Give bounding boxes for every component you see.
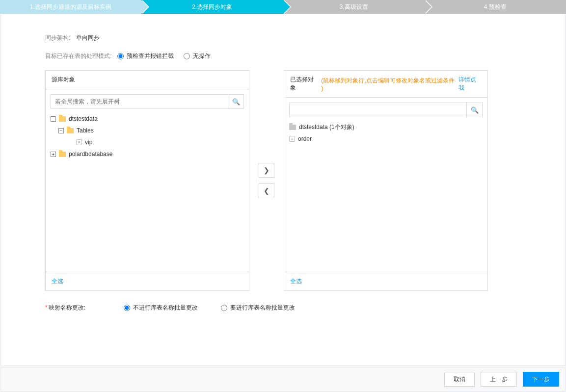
step-label: 3.高级设置 xyxy=(340,3,368,10)
tree-label: order xyxy=(298,135,312,142)
radio-label: 要进行库表名称批量更改 xyxy=(230,304,295,312)
sync-arch-row: 同步架构: 单向同步 xyxy=(45,34,521,42)
sync-arch-label: 同步架构: xyxy=(45,34,70,42)
search-icon: 🔍 xyxy=(232,98,240,105)
radio-label: 不进行库表名称批量更改 xyxy=(133,304,198,312)
tree-label: dtstestdata xyxy=(69,115,98,122)
search-icon: 🔍 xyxy=(471,106,479,114)
step-2[interactable]: 2.选择同步对象 xyxy=(141,0,283,14)
step-4[interactable]: 4.预检查 xyxy=(425,0,566,14)
move-left-button[interactable]: ❮ xyxy=(259,183,274,198)
target-item-table[interactable]: ≡ order xyxy=(289,133,483,145)
tree-node-db-dtstestdata[interactable]: − dtstestdata xyxy=(51,113,244,125)
target-list: dtstestdata (1个对象) ≡ order xyxy=(289,121,483,145)
config-panel: 同步架构: 单向同步 目标已存在表的处理模式: 预检查并报错拦截 无操作 源库对… xyxy=(0,14,566,366)
target-search-input[interactable] xyxy=(290,103,466,117)
target-box-body: 🔍 dtstestdata (1个对象) ≡ order xyxy=(284,98,487,272)
table-icon: ≡ xyxy=(289,136,295,142)
next-button[interactable]: 下一步 xyxy=(523,372,559,387)
source-box-footer: 全选 xyxy=(46,272,249,290)
search-button[interactable]: 🔍 xyxy=(466,103,482,117)
step-label: 4.预检查 xyxy=(484,3,507,10)
tree-label: dtstestdata (1个对象) xyxy=(299,123,354,131)
search-button[interactable]: 🔍 xyxy=(228,95,243,108)
select-all-link[interactable]: 全选 xyxy=(52,278,63,285)
mapping-option-1[interactable]: 要进行库表名称批量更改 xyxy=(221,304,295,312)
target-box-header: 已选择对象 (鼠标移到对象行,点击编辑可修改对象名或过滤条件 ) 详情点我 xyxy=(284,71,487,98)
existing-mode-label: 目标已存在表的处理模式: xyxy=(45,52,111,60)
radio-noop[interactable] xyxy=(184,53,190,59)
select-all-link[interactable]: 全选 xyxy=(290,278,302,285)
radio-no-rename[interactable] xyxy=(124,305,130,311)
radio-label: 预检查并报错拦截 xyxy=(127,52,174,60)
target-hint-link[interactable]: 详情点我 xyxy=(458,76,482,92)
folder-icon xyxy=(67,128,74,133)
tree-node-db-polardb[interactable]: + polardbdatabase xyxy=(51,148,244,160)
radio-label: 无操作 xyxy=(193,52,211,60)
target-search: 🔍 xyxy=(289,103,483,117)
folder-icon xyxy=(289,125,296,130)
tree-node-group-tables[interactable]: − Tables xyxy=(51,125,244,136)
existing-mode-row: 目标已存在表的处理模式: 预检查并报错拦截 无操作 xyxy=(45,52,521,60)
object-transfer: 源库对象 🔍 − dtstestdata − xyxy=(45,70,521,291)
source-box-body: 🔍 − dtstestdata − Tables xyxy=(46,89,249,272)
target-item-db[interactable]: dtstestdata (1个对象) xyxy=(289,121,483,133)
selected-objects-box: 已选择对象 (鼠标移到对象行,点击编辑可修改对象名或过滤条件 ) 详情点我 🔍 … xyxy=(284,70,488,291)
source-tree: − dtstestdata − Tables ≡ vip xyxy=(51,113,244,160)
source-objects-box: 源库对象 🔍 − dtstestdata − xyxy=(45,70,249,291)
tree-node-table-vip[interactable]: ≡ vip xyxy=(51,136,244,148)
footer-bar: 取消 上一步 下一步 xyxy=(0,367,566,392)
required-asterisk: * xyxy=(45,304,48,311)
existing-mode-option-0[interactable]: 预检查并报错拦截 xyxy=(117,52,174,60)
tree-label: Tables xyxy=(77,127,94,134)
step-1[interactable]: 1.选择同步通道的源及目标实例 xyxy=(0,0,141,14)
expand-icon[interactable]: + xyxy=(51,152,56,157)
source-search: 🔍 xyxy=(51,94,244,109)
tree-label: polardbdatabase xyxy=(69,151,112,157)
table-icon: ≡ xyxy=(76,139,82,145)
collapse-icon[interactable]: − xyxy=(58,128,64,133)
transfer-arrows: ❯ ❮ xyxy=(249,70,284,291)
sync-arch-value: 单向同步 xyxy=(76,34,100,42)
step-3[interactable]: 3.高级设置 xyxy=(283,0,425,14)
step-label: 2.选择同步对象 xyxy=(192,3,232,10)
collapse-icon[interactable]: − xyxy=(51,116,56,122)
existing-mode-option-1[interactable]: 无操作 xyxy=(184,52,211,60)
prev-button[interactable]: 上一步 xyxy=(481,372,517,387)
radio-do-rename[interactable] xyxy=(221,305,227,311)
tree-label: vip xyxy=(85,139,92,146)
radio-precheck[interactable] xyxy=(117,53,124,59)
mapping-row: *映射名称更改: 不进行库表名称批量更改 要进行库表名称批量更改 xyxy=(45,304,521,312)
move-right-button[interactable]: ❯ xyxy=(259,163,274,178)
target-box-title: 已选择对象 xyxy=(290,76,319,92)
mapping-label: *映射名称更改: xyxy=(45,304,124,312)
target-box-footer: 全选 xyxy=(284,272,487,290)
folder-icon xyxy=(59,116,66,122)
folder-icon xyxy=(59,152,66,157)
target-hint: (鼠标移到对象行,点击编辑可修改对象名或过滤条件 ) xyxy=(321,77,456,92)
cancel-button[interactable]: 取消 xyxy=(444,372,475,387)
source-box-header: 源库对象 xyxy=(46,71,249,89)
step-label: 1.选择同步通道的源及目标实例 xyxy=(30,3,111,10)
wizard-steps: 1.选择同步通道的源及目标实例 2.选择同步对象 3.高级设置 4.预检查 xyxy=(0,0,566,14)
mapping-option-0[interactable]: 不进行库表名称批量更改 xyxy=(124,304,211,312)
source-search-input[interactable] xyxy=(51,95,228,108)
source-box-title: 源库对象 xyxy=(52,76,75,84)
